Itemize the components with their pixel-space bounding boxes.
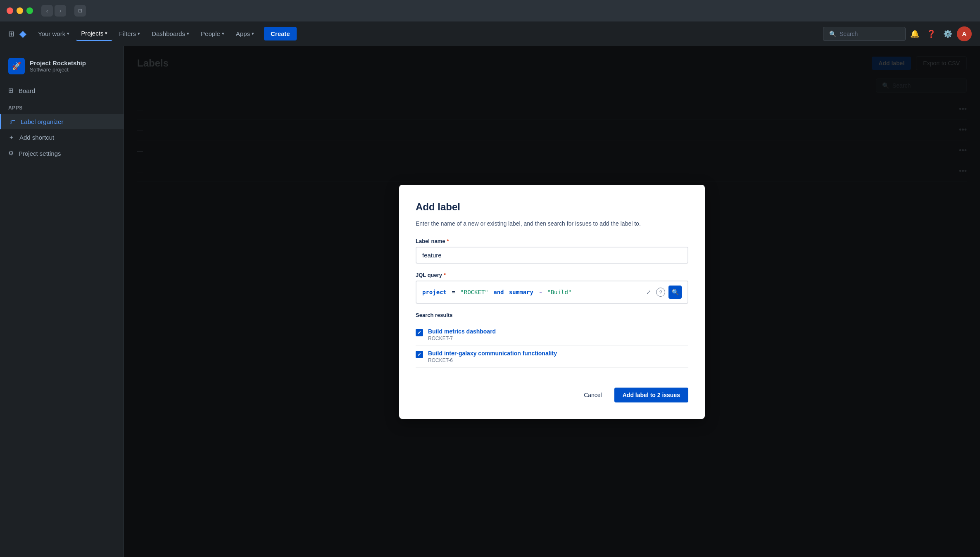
nav-forward-button[interactable]: › <box>55 5 66 17</box>
notifications-button[interactable]: 🔔 <box>907 26 922 41</box>
search-icon: 🔍 <box>672 289 679 295</box>
label-name-label: Label name * <box>416 238 688 244</box>
result-item-0: ✓ Build metrics dashboard ROCKET-7 <box>416 324 688 346</box>
project-header: 🚀 Project Rocketship Software project <box>0 53 124 79</box>
nav-item-dashboards[interactable]: Dashboards ▾ <box>147 27 194 40</box>
title-bar: ‹ › ⊡ <box>0 0 980 21</box>
create-button[interactable]: Create <box>264 27 297 40</box>
result-checkbox-1[interactable]: ✓ <box>416 351 423 358</box>
jql-equals: = <box>452 289 455 295</box>
window-layout-button[interactable]: ⊡ <box>74 5 86 17</box>
result-key-1: ROCKET-6 <box>428 357 557 363</box>
chevron-down-icon: ▾ <box>187 31 189 36</box>
jql-expand-button[interactable]: ⤢ <box>645 287 653 297</box>
chevron-down-icon: ▾ <box>252 31 254 36</box>
required-star: * <box>444 272 446 278</box>
jql-tilde: ~ <box>538 289 542 295</box>
result-item-1: ✓ Build inter-galaxy communication funct… <box>416 346 688 368</box>
traffic-light-red[interactable] <box>7 7 13 14</box>
sidebar-item-project-settings[interactable]: ⚙ Project settings <box>0 145 124 161</box>
nav-item-apps[interactable]: Apps ▾ <box>231 27 259 40</box>
main-layout: 🚀 Project Rocketship Software project ⊞ … <box>0 46 980 557</box>
label-name-input[interactable] <box>416 247 688 264</box>
jql-label: JQL query * <box>416 272 688 278</box>
jql-input[interactable]: project = "ROCKET" and summary ~ "Build"… <box>416 281 688 304</box>
board-icon: ⊞ <box>8 87 14 94</box>
grid-icon[interactable]: ⊞ <box>8 29 14 38</box>
jql-keyword1: project <box>422 289 447 295</box>
jql-search-button[interactable]: 🔍 <box>668 286 682 299</box>
jql-value2: "Build" <box>547 289 571 295</box>
modal-title: Add label <box>416 201 688 213</box>
chevron-down-icon: ▾ <box>222 31 224 36</box>
apps-section-label: APPS <box>0 98 124 114</box>
traffic-light-green[interactable] <box>26 7 33 14</box>
traffic-light-yellow[interactable] <box>17 7 23 14</box>
sidebar-item-label-organizer[interactable]: 🏷 Label organizer <box>0 114 124 129</box>
jira-logo[interactable]: ◆ <box>19 29 26 39</box>
content-area: Labels Add label Export to CSV 🔍 Search … <box>124 46 980 557</box>
nav-back-button[interactable]: ‹ <box>41 5 53 17</box>
global-search[interactable]: 🔍 Search <box>823 27 906 41</box>
modal-description: Enter the name of a new or existing labe… <box>416 219 688 228</box>
result-title-0[interactable]: Build metrics dashboard <box>428 328 496 335</box>
nav-item-projects[interactable]: Projects ▾ <box>76 26 112 41</box>
jql-value1: "ROCKET" <box>460 289 488 295</box>
required-star: * <box>447 238 449 244</box>
result-key-0: ROCKET-7 <box>428 336 496 341</box>
modal-footer: Cancel Add label to 2 issues <box>416 381 688 402</box>
result-checkbox-0[interactable]: ✓ <box>416 329 423 336</box>
chevron-down-icon: ▾ <box>138 31 140 36</box>
sidebar-item-add-shortcut[interactable]: ＋ Add shortcut <box>0 129 124 145</box>
nav-item-filters[interactable]: Filters ▾ <box>114 27 145 40</box>
traffic-lights <box>7 7 33 14</box>
confirm-button[interactable]: Add label to 2 issues <box>614 388 688 402</box>
chevron-down-icon: ▾ <box>67 31 69 36</box>
cancel-button[interactable]: Cancel <box>576 388 609 402</box>
settings-icon: ⚙ <box>8 150 14 157</box>
help-button[interactable]: ❓ <box>924 26 939 41</box>
chevron-down-icon: ▾ <box>105 31 107 36</box>
jql-help-button[interactable]: ? <box>656 288 665 297</box>
jql-and: and <box>493 289 504 295</box>
nav-item-your-work[interactable]: Your work ▾ <box>33 27 74 40</box>
project-type: Software project <box>30 67 86 73</box>
add-label-modal: Add label Enter the name of a new or exi… <box>399 185 705 419</box>
project-icon: 🚀 <box>8 58 25 74</box>
sidebar-item-board[interactable]: ⊞ Board <box>0 83 124 98</box>
project-name: Project Rocketship <box>30 60 86 67</box>
jql-keyword2: summary <box>509 289 533 295</box>
modal-overlay: Add label Enter the name of a new or exi… <box>124 46 980 557</box>
search-icon: 🔍 <box>829 31 836 37</box>
top-nav: ⊞ ◆ Your work ▾ Projects ▾ Filters ▾ Das… <box>0 21 980 46</box>
nav-arrows: ‹ › <box>41 5 66 17</box>
nav-item-people[interactable]: People ▾ <box>196 27 229 40</box>
settings-button[interactable]: ⚙️ <box>940 26 955 41</box>
search-results-label: Search results <box>416 312 688 318</box>
sidebar: 🚀 Project Rocketship Software project ⊞ … <box>0 46 124 557</box>
label-icon: 🏷 <box>10 118 16 125</box>
avatar[interactable]: A <box>957 26 972 41</box>
result-title-1[interactable]: Build inter-galaxy communication functio… <box>428 350 557 357</box>
add-shortcut-icon: ＋ <box>8 133 14 141</box>
